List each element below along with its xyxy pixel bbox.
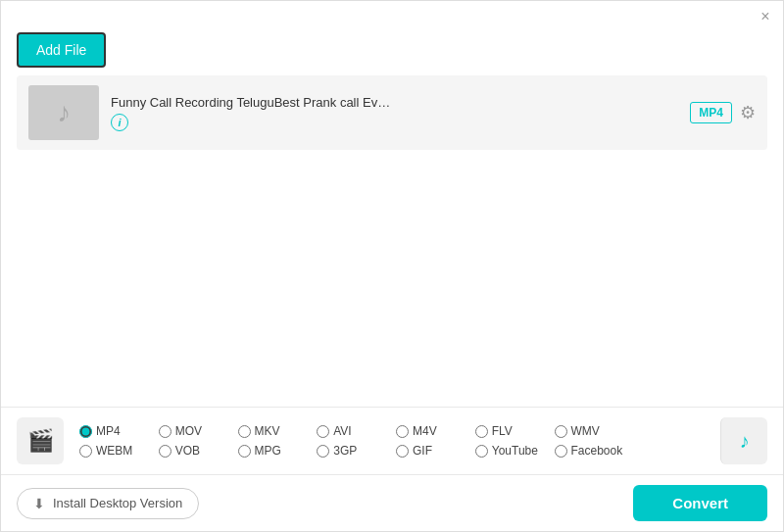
bottom-panel: 🎬 MP4 MOV MKV AVI M4V [1, 407, 783, 531]
film-icon: 🎬 [27, 428, 54, 454]
format-badge: MP4 [690, 102, 732, 123]
radio-mpg-label: MPG [255, 444, 281, 458]
music-icon: ♪ [57, 97, 71, 128]
radio-m4v-label: M4V [413, 424, 437, 438]
radio-mkv-label: MKV [255, 424, 280, 438]
settings-icon[interactable]: ⚙ [740, 102, 756, 123]
file-item: ♪ Funny Call Recording TeluguBest Prank … [17, 75, 767, 150]
file-actions: MP4 ⚙ [690, 102, 756, 123]
format-selection: 🎬 MP4 MOV MKV AVI M4V [1, 408, 783, 474]
radio-avi-label: AVI [333, 424, 351, 438]
file-thumbnail: ♪ [28, 85, 99, 140]
format-radio-grid: MP4 MOV MKV AVI M4V FLV [79, 424, 712, 458]
radio-avi[interactable]: AVI [317, 424, 396, 438]
file-list: ♪ Funny Call Recording TeluguBest Prank … [17, 75, 767, 150]
radio-wmv-label: WMV [571, 424, 600, 438]
bottom-bar: ⬇ Install Desktop Version Convert [1, 474, 783, 531]
info-icon[interactable]: i [111, 114, 128, 131]
radio-vob[interactable]: VOB [159, 444, 238, 458]
radio-webm[interactable]: WEBM [79, 444, 159, 458]
install-desktop-button[interactable]: ⬇ Install Desktop Version [17, 488, 199, 519]
title-bar: × [1, 1, 783, 28]
video-format-icon-box[interactable]: 🎬 [17, 417, 64, 464]
content-area [1, 150, 783, 365]
radio-youtube[interactable]: YouTube [475, 444, 555, 458]
toolbar: Add File [1, 28, 783, 75]
radio-webm-label: WEBM [96, 444, 132, 458]
radio-3gp[interactable]: 3GP [317, 444, 396, 458]
close-button[interactable]: × [758, 9, 773, 24]
radio-gif-label: GIF [413, 444, 432, 458]
music-note-icon: ♪ [740, 430, 750, 453]
audio-format-icon-box[interactable]: ♪ [720, 417, 767, 464]
radio-mov[interactable]: MOV [159, 424, 238, 438]
radio-mov-label: MOV [175, 424, 202, 438]
radio-mkv[interactable]: MKV [238, 424, 318, 438]
radio-flv-label: FLV [492, 424, 513, 438]
radio-mp4-label: MP4 [96, 424, 121, 438]
radio-facebook-label: Facebook [571, 444, 623, 458]
radio-mp4[interactable]: MP4 [79, 424, 159, 438]
file-name: Funny Call Recording TeluguBest Prank ca… [111, 95, 678, 110]
radio-gif[interactable]: GIF [396, 444, 475, 458]
radio-m4v[interactable]: M4V [396, 424, 475, 438]
radio-wmv[interactable]: WMV [555, 424, 634, 438]
radio-youtube-label: YouTube [492, 444, 538, 458]
install-label: Install Desktop Version [53, 496, 182, 510]
radio-vob-label: VOB [175, 444, 200, 458]
download-icon: ⬇ [33, 496, 45, 511]
convert-button[interactable]: Convert [633, 485, 767, 521]
radio-flv[interactable]: FLV [475, 424, 555, 438]
radio-mpg[interactable]: MPG [238, 444, 318, 458]
add-file-button[interactable]: Add File [17, 32, 106, 68]
radio-3gp-label: 3GP [333, 444, 357, 458]
file-info: Funny Call Recording TeluguBest Prank ca… [111, 95, 678, 131]
radio-facebook[interactable]: Facebook [555, 444, 634, 458]
